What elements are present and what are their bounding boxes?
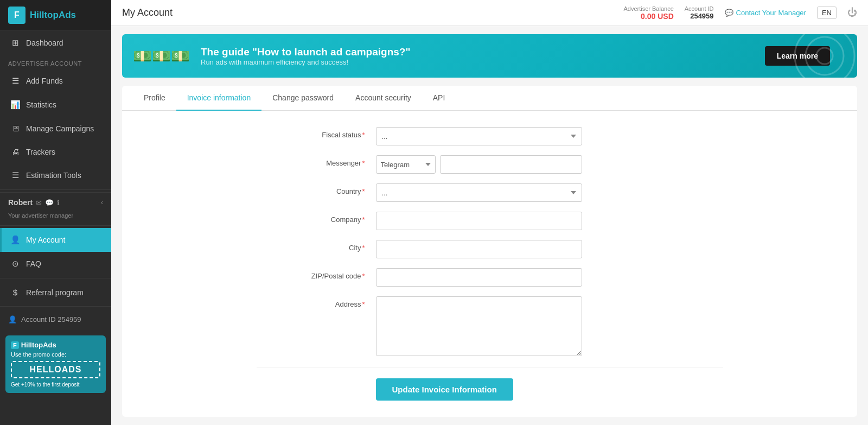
page-body: Profile Invoice information Change passw…	[122, 86, 857, 417]
city-row: City*	[257, 240, 723, 258]
sidebar-item-my-account[interactable]: 👤 My Account	[0, 228, 111, 252]
estimation-tools-icon: ☰	[10, 170, 21, 180]
sidebar-item-statistics[interactable]: 📊 Statistics	[0, 93, 111, 117]
promo-footer: Get +10% to the first deposit	[11, 382, 100, 388]
messenger-type-select[interactable]: Telegram Skype WhatsApp	[376, 155, 436, 174]
referral-icon: $	[10, 288, 21, 297]
balance-label: Advertiser Balance	[623, 5, 673, 12]
promo-logo-icon: F	[11, 341, 19, 349]
sidebar-divider-2	[0, 225, 111, 226]
sidebar-item-referral[interactable]: $ Referral program	[0, 281, 111, 304]
tabs: Profile Invoice information Change passw…	[122, 86, 857, 111]
tab-change-password[interactable]: Change password	[261, 86, 344, 111]
sidebar-divider-3	[0, 278, 111, 278]
city-label: City*	[257, 240, 376, 252]
fiscal-status-select[interactable]: ... Individual Company	[376, 127, 582, 145]
sidebar-item-trackers[interactable]: 🖨 Trackers	[0, 140, 111, 163]
address-row: Address*	[257, 296, 723, 356]
invoice-form: Fiscal status* ... Individual Company Me…	[246, 111, 734, 417]
page-title: My Account	[122, 7, 623, 18]
tab-invoice-information[interactable]: Invoice information	[176, 86, 262, 111]
city-input[interactable]	[376, 240, 582, 258]
account-id-value: 254959	[685, 12, 714, 20]
sidebar-divider-4	[0, 306, 111, 307]
messenger-label: Messenger*	[257, 155, 376, 167]
tab-api[interactable]: API	[422, 86, 456, 111]
account-person-icon: 👤	[8, 315, 17, 323]
manager-sublabel: Your advertiser manager	[0, 212, 111, 223]
manager-icons: ✉ 💬 ℹ	[36, 199, 60, 207]
address-textarea[interactable]	[376, 296, 582, 356]
balance-value: 0.00 USD	[623, 12, 673, 21]
target-icon	[792, 34, 857, 78]
language-selector[interactable]: EN	[817, 7, 837, 19]
faq-icon: ⊙	[10, 259, 21, 269]
add-funds-icon: ☰	[10, 76, 21, 86]
tab-profile[interactable]: Profile	[133, 86, 176, 111]
country-select[interactable]: ...	[376, 183, 582, 202]
svg-point-2	[816, 48, 833, 64]
trackers-icon: 🖨	[10, 147, 21, 156]
topbar: My Account Advertiser Balance 0.00 USD A…	[111, 0, 868, 26]
country-label: Country*	[257, 183, 376, 195]
sidebar-divider-1	[0, 189, 111, 190]
statistics-icon: 📊	[10, 100, 21, 110]
manager-section: Robert ✉ 💬 ℹ ‹	[0, 192, 111, 212]
logo-icon: F	[8, 7, 25, 24]
sidebar-logo: F HilltopAds	[0, 0, 111, 31]
zip-input[interactable]	[376, 268, 582, 287]
sidebar-item-dashboard[interactable]: ⊞ Dashboard	[0, 31, 111, 55]
account-id-label: Account ID	[685, 5, 714, 12]
fiscal-status-label: Fiscal status*	[257, 127, 376, 139]
money-icons: 💵💵💵	[133, 47, 190, 65]
messenger-row: Messenger* Telegram Skype WhatsApp	[257, 155, 723, 174]
promo-box: F HilltopAds Use the promo code: HELLOAD…	[5, 335, 106, 393]
company-row: Company*	[257, 212, 723, 230]
country-row: Country* ...	[257, 183, 723, 202]
svg-point-1	[806, 37, 844, 75]
company-input[interactable]	[376, 212, 582, 230]
fiscal-status-row: Fiscal status* ... Individual Company	[257, 127, 723, 145]
my-account-icon: 👤	[10, 235, 21, 245]
logo-text: HilltopAds	[30, 10, 76, 21]
messenger-controls: Telegram Skype WhatsApp	[376, 155, 582, 174]
sidebar-item-add-funds[interactable]: ☰ Add Funds	[0, 69, 111, 93]
banner-title: The guide "How to launch ad campaigns?"	[201, 46, 765, 58]
company-label: Company*	[257, 212, 376, 224]
messenger-input[interactable]	[440, 155, 582, 174]
tab-account-security[interactable]: Account security	[344, 86, 422, 111]
advertiser-balance: Advertiser Balance 0.00 USD	[623, 5, 673, 21]
sidebar: F HilltopAds ⊞ Dashboard ADVERTISER ACCO…	[0, 0, 111, 425]
banner-text: The guide "How to launch ad campaigns?" …	[201, 46, 765, 66]
collapse-button[interactable]: ‹	[101, 199, 103, 206]
promo-use-code: Use the promo code:	[11, 351, 100, 358]
banner-subtitle: Run ads with maximum efficiency and succ…	[201, 58, 765, 66]
address-label: Address*	[257, 296, 376, 308]
manage-campaigns-icon: 🖥	[10, 124, 21, 133]
promo-banner: 💵💵💵 The guide "How to launch ad campaign…	[122, 34, 857, 78]
sidebar-item-faq[interactable]: ⊙ FAQ	[0, 252, 111, 276]
topbar-account-id: Account ID 254959	[685, 5, 714, 20]
topbar-right: Advertiser Balance 0.00 USD Account ID 2…	[623, 5, 857, 21]
promo-code: HELLOADS	[11, 361, 100, 378]
contact-manager-button[interactable]: 💬 Contact Your Manager	[725, 9, 806, 17]
update-invoice-button[interactable]: Update Invoice Information	[376, 378, 513, 401]
sidebar-item-estimation-tools[interactable]: ☰ Estimation Tools	[0, 163, 111, 187]
advertiser-section-label: ADVERTISER ACCOUNT	[0, 55, 111, 69]
promo-logo: F HilltopAds	[11, 341, 100, 349]
zip-row: ZIP/Postal code*	[257, 268, 723, 287]
svg-point-0	[795, 34, 854, 78]
main-content: My Account Advertiser Balance 0.00 USD A…	[111, 0, 868, 425]
mail-icon[interactable]: ✉	[36, 199, 42, 207]
chat-bubble-icon: 💬	[725, 9, 733, 17]
dashboard-icon: ⊞	[10, 38, 21, 48]
zip-label: ZIP/Postal code*	[257, 268, 376, 280]
form-divider	[257, 367, 723, 367]
chat-icon[interactable]: 💬	[45, 199, 54, 207]
sidebar-item-manage-campaigns[interactable]: 🖥 Manage Campaigns	[0, 117, 111, 140]
info-icon[interactable]: ℹ	[57, 199, 60, 207]
logout-button[interactable]: ⏻	[847, 7, 857, 18]
account-id-section: 👤 Account ID 254959	[0, 309, 111, 330]
